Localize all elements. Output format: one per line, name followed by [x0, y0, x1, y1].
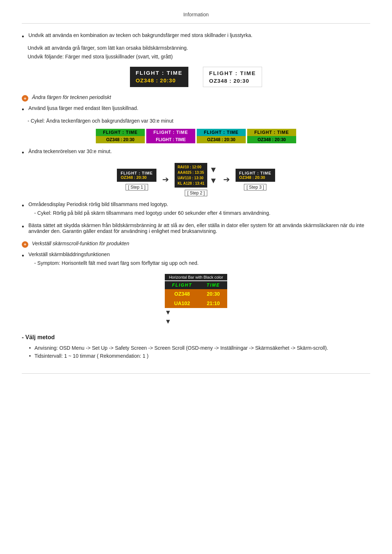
- bullet1-text: Undvik att använda en kombination av tec…: [28, 32, 252, 38]
- flight-box1-title: FLIGHT : TIME: [136, 70, 183, 76]
- valj-bullet-1: • Anvisning: OSD Menu -> Set Up -> Safet…: [29, 345, 370, 351]
- sub-text-1: Undvik att använda grå färger, som lätt …: [28, 45, 370, 51]
- step1-title: FLIGHT : TIME: [121, 171, 153, 175]
- cycle-box-2: FLIGHT : TIME FLIGHT : TIME: [146, 129, 195, 143]
- bullet-dot-5: •: [22, 222, 24, 234]
- bullet-content-3: Ändra teckenrörelsen var 30:e minut.: [28, 148, 370, 157]
- valj-bullet-2: • Tidsintervall: 1 ~ 10 timmar ( Rekomme…: [29, 353, 370, 359]
- bullet-content-4: Områdesdisplay Periodisk rörlig bild til…: [28, 201, 370, 219]
- cb3-title: FLIGHT : TIME: [197, 129, 246, 136]
- hbar-row1-col1: OZ348: [165, 289, 199, 299]
- bullet5-text: Bästa sättet att skydda skärmen från bil…: [28, 222, 364, 234]
- orange-bullet-1: Ändra färgen för tecknen periodiskt: [22, 94, 370, 102]
- cb1-data: OZ348 : 20:30: [96, 136, 145, 143]
- valj-bullet2-text: Tidsintervall: 1 ~ 10 timmar ( Rekommend…: [34, 353, 148, 359]
- step1-data: OZ348 : 20:30: [121, 175, 153, 180]
- bullet-dot-1: •: [22, 32, 24, 41]
- bullet-content-6: Verkställ skärmbläddringsfunktionen - Sy…: [28, 251, 370, 269]
- bullet-item-2: • Använd ljusa färger med endast liten l…: [22, 105, 370, 114]
- bullet-item-5: • Bästa sättet att skydda skärmen från b…: [22, 222, 370, 234]
- step-box-1: FLIGHT : TIME OZ348 : 20:30 [ Step 1 ]: [117, 169, 156, 190]
- hbar-table-wrapper: Horizontal Bar with Black color FLIGHT T…: [165, 274, 227, 308]
- step2-line1: RAI/10 : 12:00: [177, 164, 204, 170]
- cb3-data: OZ348 : 20:30: [197, 136, 246, 143]
- cycle-box-3: FLIGHT : TIME OZ348 : 20:30: [197, 129, 246, 143]
- hbar-table: FLIGHT TIME OZ348 20:30 UA102 21:10: [165, 281, 227, 308]
- step1-label: [ Step 1 ]: [126, 184, 148, 190]
- cycle-box-4: FLIGHT : TIME OZ348 : 20:30: [247, 129, 296, 143]
- orange-circle-icon-1: [22, 95, 28, 102]
- bullet-dot-2: •: [22, 105, 24, 114]
- bullet-item-4: • Områdesdisplay Periodisk rörlig bild t…: [22, 201, 370, 219]
- orange-label-1: Ändra färgen för tecknen periodiskt: [32, 94, 111, 100]
- cb2-title: FLIGHT : TIME: [146, 129, 195, 136]
- step-box-3: FLIGHT : TIME OZ348 : 20:30 [ Step 3 ]: [236, 169, 275, 190]
- arrow-right-2: ➔: [223, 175, 230, 184]
- bullet4-sub: - Cykel: Rörlig på bild på skärm tillsam…: [34, 210, 370, 216]
- step3-flight-box: FLIGHT : TIME OZ348 : 20:30: [236, 169, 275, 182]
- flight-box2-title: FLIGHT : TIME: [209, 70, 256, 76]
- step2-down-arrow-1: ▼: [209, 165, 217, 175]
- valj-bullet-dot-2: •: [29, 353, 31, 359]
- hbar-container: Horizontal Bar with Black color FLIGHT T…: [22, 274, 370, 325]
- cb1-title: FLIGHT : TIME: [96, 129, 145, 136]
- bullet-dot-4: •: [22, 201, 24, 219]
- bullet6-text: Verkställ skärmbläddringsfunktionen: [28, 251, 110, 257]
- page-container: Information • Undvik att använda en komb…: [0, 0, 392, 391]
- bullet-item-6: • Verkställ skärmbläddringsfunktionen - …: [22, 251, 370, 269]
- hbar-row1-col2: 20:30: [199, 289, 227, 299]
- step2-down-arrow-2: ▼: [209, 176, 217, 185]
- flight-demos-row: FLIGHT : TIME OZ348 : 20:30 FLIGHT : TIM…: [22, 67, 370, 87]
- hbar-row2-col1: UA102: [165, 299, 199, 308]
- hbar-data-row-1: OZ348 20:30: [165, 289, 227, 299]
- bullet-item-3: • Ändra teckenrörelsen var 30:e minut.: [22, 148, 370, 157]
- orange-bullet-2: Verkställ skärmscroll-funktion för produ…: [22, 241, 370, 248]
- bullet-content-1: Undvik att använda en kombination av tec…: [28, 32, 370, 41]
- orange-circle-icon-2: [22, 241, 28, 248]
- hbar-row2-col2: 21:10: [199, 299, 227, 308]
- cycle-box-1: FLIGHT : TIME OZ348 : 20:30: [96, 129, 145, 143]
- bullet3-text: Ändra teckenrörelsen var 30:e minut.: [28, 148, 112, 154]
- step2-line4: KL A128 : 13:41: [177, 181, 204, 186]
- bullet-content-2: Använd ljusa färger med endast liten lju…: [28, 105, 370, 114]
- step2-label: [ Step 2 ]: [185, 190, 207, 196]
- step2-line2: AAA025 : 13:35: [177, 170, 204, 175]
- hbar-wrapper: Horizontal Bar with Black color FLIGHT T…: [165, 274, 227, 325]
- flight-box2-data: OZ348 : 20:30: [209, 78, 256, 84]
- bullet2-text: Använd ljusa färger med endast liten lju…: [28, 105, 138, 111]
- bullet-dot-6: •: [22, 251, 24, 269]
- cb4-title: FLIGHT : TIME: [247, 129, 296, 136]
- hbar-title-label: Horizontal Bar with Black color: [165, 274, 227, 280]
- hbar-arrow-1: ▼: [165, 309, 227, 316]
- hbar-arrow-2: ▼: [165, 318, 227, 325]
- hbar-header-row: FLIGHT TIME: [165, 281, 227, 289]
- valj-header: - Välj metod: [22, 334, 370, 341]
- valj-bullet-dot-1: •: [29, 345, 31, 351]
- bullet-dot-3: •: [22, 148, 24, 157]
- page-footer: [22, 373, 370, 377]
- cycle-sub-text: - Cykel: Ändra teckenfärgen och bakgrund…: [28, 118, 370, 124]
- hbar-data-row-2: UA102 21:10: [165, 299, 227, 308]
- step3-data: OZ348 : 20:30: [239, 175, 271, 180]
- step1-flight-box: FLIGHT : TIME OZ348 : 20:30: [117, 169, 156, 182]
- hbar-col2-header: TIME: [199, 281, 227, 289]
- page-header: Information: [22, 7, 370, 24]
- flight-box-dark: FLIGHT : TIME OZ348 : 20:30: [130, 67, 188, 87]
- hbar-arrows: ▼ ▼: [165, 308, 227, 325]
- hbar-col1-header: FLIGHT: [165, 281, 199, 289]
- bullet6-sub: - Symptom: Horisontellt fält med svart f…: [34, 260, 370, 266]
- bullet-item-1: • Undvik att använda en kombination av t…: [22, 32, 370, 41]
- step3-title: FLIGHT : TIME: [239, 171, 271, 175]
- step2-flight-box: RAI/10 : 12:00 AAA025 : 13:35 UAV110 : 1…: [175, 163, 207, 188]
- cycle-boxes-row: FLIGHT : TIME OZ348 : 20:30 FLIGHT : TIM…: [22, 129, 370, 143]
- sub-text-2: Undvik följande: Färger med stora ljussk…: [28, 54, 370, 59]
- orange-label-2: Verkställ skärmscroll-funktion för produ…: [32, 241, 129, 246]
- cb2-data: FLIGHT : TIME: [146, 136, 195, 143]
- steps-row: FLIGHT : TIME OZ348 : 20:30 [ Step 1 ] ➔…: [22, 163, 370, 196]
- step3-label: [ Step 3 ]: [244, 184, 266, 190]
- flight-box1-data: OZ348 : 20:30: [136, 77, 183, 83]
- bullet4-text: Områdesdisplay Periodisk rörlig bild til…: [28, 201, 168, 207]
- step-box-2: RAI/10 : 12:00 AAA025 : 13:35 UAV110 : 1…: [175, 163, 217, 196]
- cb4-data: OZ348 : 20:30: [247, 136, 296, 143]
- header-title: Information: [183, 12, 209, 17]
